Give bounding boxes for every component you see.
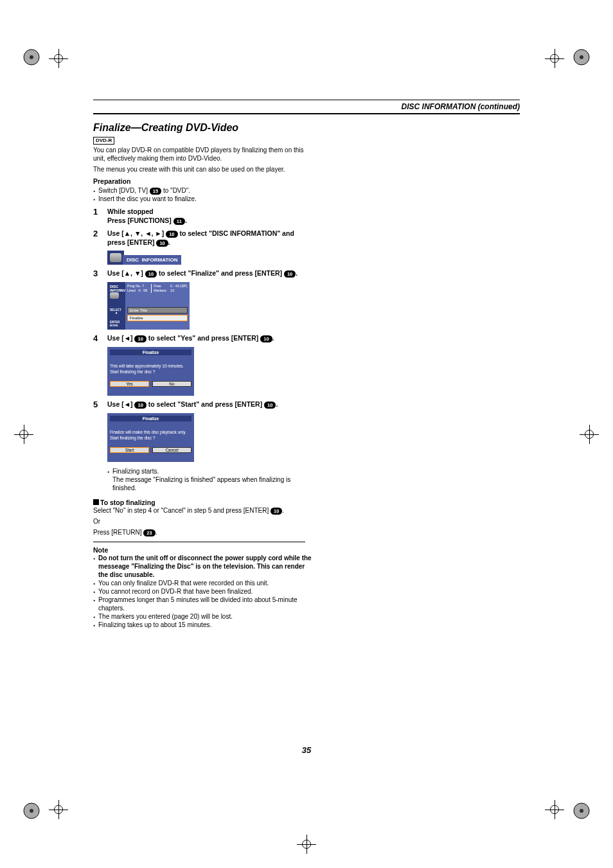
osd-dialog-start: Finalize Finalize will make this disc pl… bbox=[107, 413, 194, 462]
header-section-title: DISC INFORMATION (continued) bbox=[93, 102, 520, 111]
step-4: 4 Use [◄] 10 to select "Yes" and press [… bbox=[93, 333, 312, 343]
dlg-no-button: No bbox=[152, 381, 191, 387]
intro-paragraph: You can play DVD-R on compatible DVD pla… bbox=[93, 146, 312, 163]
step-3: 3 Use [▲, ▼] 10 to select "Finalize" and… bbox=[93, 269, 312, 278]
stop-text: Press [RETURN] 23. bbox=[93, 528, 312, 536]
note-bullet: You cannot record on DVD-R that have bee… bbox=[93, 587, 312, 596]
crop-mark bbox=[49, 800, 68, 819]
crop-mark bbox=[49, 49, 68, 68]
remote-key-badge: 10 bbox=[166, 231, 177, 238]
osd-disc-information-icon: DISC INFORMATION bbox=[107, 251, 312, 265]
step-5: 5 Use [◄] 10 to select "Start" and press… bbox=[93, 400, 312, 409]
prep-bullet: Switch [DVD, TV] 15 to "DVD". bbox=[93, 186, 312, 195]
after-step-bullet: Finalizing starts. bbox=[107, 467, 312, 475]
svg-point-11 bbox=[580, 809, 583, 813]
remote-key-badge: 10 bbox=[264, 402, 276, 409]
step-2: 2 Use [▲, ▼, ◄, ►] 10 to select "DISC IN… bbox=[93, 229, 312, 247]
osd-menu-enter-title: Enter Title bbox=[127, 307, 188, 314]
registration-dot bbox=[573, 49, 590, 66]
note-bullet: Programmes longer than 5 minutes will be… bbox=[93, 596, 312, 612]
black-square-icon bbox=[93, 499, 99, 505]
crop-mark bbox=[545, 800, 564, 819]
nav-cross-icon: ✦ bbox=[112, 312, 121, 321]
registration-dot bbox=[23, 49, 40, 66]
remote-key-badge: 10 bbox=[271, 508, 282, 515]
note-bullet: Do not turn the unit off or disconnect t… bbox=[93, 554, 312, 579]
separator-rule bbox=[93, 542, 305, 542]
note-bullet: The markers you entered (page 20) will b… bbox=[93, 612, 312, 621]
dlg-cancel-button: Cancel bbox=[152, 447, 191, 453]
page-number: 35 bbox=[93, 745, 520, 755]
disc-icon bbox=[110, 292, 119, 299]
note-bullet: You can only finalize DVD-R that were re… bbox=[93, 579, 312, 587]
svg-point-5 bbox=[580, 55, 583, 59]
remote-key-badge: 11 bbox=[173, 218, 185, 225]
osd-disc-info-panel: DISCINFORMATION SELECT ✦ ENTER RETURN Pr… bbox=[107, 282, 190, 330]
stop-or: Or bbox=[93, 517, 312, 526]
crop-mark bbox=[297, 835, 316, 854]
preparation-heading: Preparation bbox=[93, 177, 312, 185]
prep-bullet: Insert the disc you want to finalize. bbox=[93, 195, 312, 203]
svg-point-2 bbox=[30, 55, 33, 59]
note-heading: Note bbox=[93, 546, 312, 554]
crop-mark bbox=[14, 425, 33, 444]
registration-dot bbox=[23, 802, 40, 819]
stop-finalizing-heading: To stop finalizing bbox=[93, 499, 312, 506]
after-step-text: The message "Finalizing is finished" app… bbox=[107, 475, 312, 492]
osd-menu-finalize: Finalize bbox=[127, 315, 188, 321]
remote-key-badge: 10 bbox=[156, 240, 168, 247]
remote-key-badge: 10 bbox=[145, 270, 157, 278]
step-1: 1 While stopped Press [FUNCTIONS] 11. bbox=[93, 207, 312, 225]
disc-icon bbox=[110, 253, 121, 262]
disc-type-badge: DVD-R bbox=[93, 137, 114, 145]
remote-key-badge: 10 bbox=[260, 335, 272, 342]
dlg-start-button: Start bbox=[110, 447, 149, 453]
section-title: Finalize—Creating DVD-Video bbox=[93, 122, 312, 134]
remote-key-badge: 23 bbox=[143, 529, 155, 536]
remote-key-badge: 15 bbox=[150, 188, 161, 195]
svg-point-8 bbox=[30, 809, 33, 813]
crop-mark bbox=[545, 49, 564, 68]
intro-paragraph: The menus you create with this unit can … bbox=[93, 165, 312, 173]
rule-thick bbox=[93, 113, 520, 118]
dlg-yes-button: Yes bbox=[110, 381, 149, 387]
crop-mark bbox=[580, 425, 599, 444]
note-bullet: Finalizing takes up to about 15 minutes. bbox=[93, 621, 312, 629]
remote-key-badge: 10 bbox=[284, 270, 296, 278]
stop-text: Select "No" in step 4 or "Cancel" in ste… bbox=[93, 506, 312, 515]
osd-dialog-confirm: Finalize This will take approximately 10… bbox=[107, 347, 194, 396]
registration-dot bbox=[573, 802, 590, 819]
remote-key-badge: 10 bbox=[134, 335, 146, 342]
remote-key-badge: 10 bbox=[134, 402, 146, 409]
